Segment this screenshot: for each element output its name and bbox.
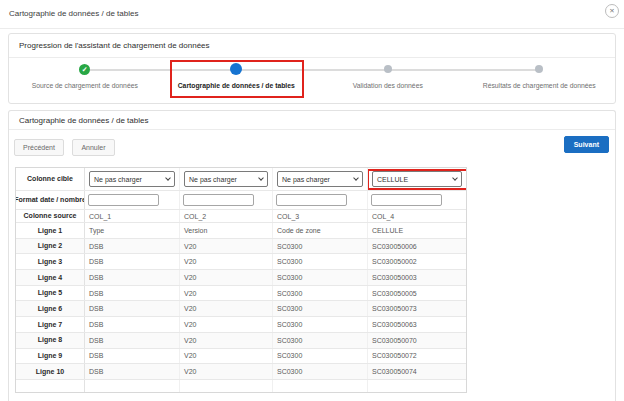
- step-mapping[interactable]: Cartographie de données / de tables: [161, 58, 313, 103]
- progress-panel-title: Progression de l'assistant de chargement…: [9, 34, 615, 58]
- target-column-select-1[interactable]: Ne pas charger: [89, 171, 175, 187]
- format-input-4[interactable]: [371, 194, 442, 206]
- table-row: [16, 380, 466, 392]
- toolbar: Précédent Annuler Suivant: [9, 130, 615, 161]
- step-validation[interactable]: Validation des données: [312, 58, 464, 103]
- source-column-header: COL_4: [368, 210, 466, 222]
- source-column-header: COL_2: [180, 210, 273, 222]
- table-row: Ligne 8 DSB V20 SC0300 SC030050070: [16, 333, 466, 349]
- close-icon[interactable]: ✕: [605, 4, 619, 18]
- table-row: Ligne 9 DSB V20 SC0300 SC030050072: [16, 349, 466, 365]
- table-row: Ligne 4 DSB V20 SC0300 SC030050003: [16, 270, 466, 286]
- mapping-table: Colonne cible Ne pas charger Ne pas char…: [15, 167, 467, 393]
- progress-panel: Progression de l'assistant de chargement…: [8, 33, 616, 104]
- table-row: Ligne 7 DSB V20 SC0300 SC030050063: [16, 317, 466, 333]
- format-input-3[interactable]: [276, 194, 347, 206]
- step-source[interactable]: ✓ Source de chargement de données: [9, 58, 161, 103]
- target-column-select-4[interactable]: CELLULE: [372, 171, 462, 187]
- pending-step-dot-icon: [384, 65, 392, 73]
- chevron-down-icon: [452, 175, 458, 181]
- table-row: Ligne 5 DSB V20 SC0300 SC030050005: [16, 286, 466, 302]
- table-row: Ligne 10 DSB V20 SC0300 SC030050074: [16, 364, 466, 380]
- format-input-2[interactable]: [183, 194, 254, 206]
- wizard-stepper: ✓ Source de chargement de données Cartog…: [9, 58, 615, 103]
- next-button[interactable]: Suivant: [564, 136, 609, 153]
- step-results-label: Résultats de chargement de données: [483, 82, 596, 90]
- source-row-label: Colonne source: [16, 210, 85, 222]
- target-row-label: Colonne cible: [16, 168, 85, 190]
- table-row: Ligne 3 DSB V20 SC0300 SC030050002: [16, 254, 466, 270]
- active-step-dot-icon: [230, 63, 242, 75]
- modal-header: Cartographie de données / de tables ✕: [0, 0, 624, 29]
- target-column-select-3[interactable]: Ne pas charger: [277, 171, 363, 187]
- step-mapping-label: Cartographie de données / de tables: [178, 82, 295, 90]
- target-column-select-2[interactable]: Ne pas charger: [184, 171, 268, 187]
- chevron-down-icon: [258, 175, 264, 181]
- check-icon: ✓: [79, 64, 90, 75]
- previous-button[interactable]: Précédent: [14, 139, 64, 156]
- target-column-row: Colonne cible Ne pas charger Ne pas char…: [16, 168, 466, 191]
- step-source-label: Source de chargement de données: [32, 82, 138, 90]
- chevron-down-icon: [165, 175, 171, 181]
- table-row: Ligne 2 DSB V20 SC0300 SC030050006: [16, 239, 466, 255]
- cancel-button[interactable]: Annuler: [72, 139, 114, 156]
- source-column-header: COL_3: [273, 210, 368, 222]
- step-validation-label: Validation des données: [353, 82, 423, 90]
- format-input-1[interactable]: [88, 194, 159, 206]
- source-column-header: COL_1: [85, 210, 180, 222]
- table-row: Ligne 1 Type Version Code de zone CELLUL…: [16, 223, 466, 239]
- mapping-panel-title: Cartographie de données / de tables: [9, 111, 615, 130]
- source-column-row: Colonne source COL_1 COL_2 COL_3 COL_4: [16, 210, 466, 223]
- modal-title: Cartographie de données / de tables: [9, 9, 138, 18]
- pending-step-dot-icon: [535, 65, 543, 73]
- format-row: Format date / nombre: [16, 191, 466, 210]
- table-row: Ligne 6 DSB V20 SC0300 SC030050073: [16, 301, 466, 317]
- chevron-down-icon: [353, 175, 359, 181]
- mapping-panel: Cartographie de données / de tables Préc…: [8, 110, 616, 401]
- format-row-label: Format date / nombre: [16, 191, 85, 209]
- step-results[interactable]: Résultats de chargement de données: [464, 58, 616, 103]
